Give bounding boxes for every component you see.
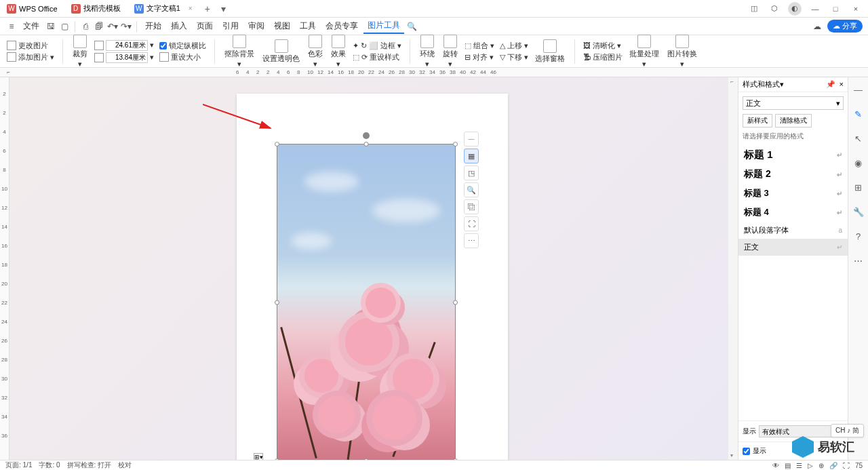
select-pane-button[interactable]: 选择窗格 [534,39,566,64]
style-body[interactable]: 正文↵ [738,239,848,256]
resize-handle-e[interactable] [453,300,458,305]
cloud-icon[interactable]: ☁ [811,20,823,33]
resize-handle-n[interactable] [364,142,369,146]
batch-button[interactable]: 批量处理▾ [628,35,660,68]
change-picture-button[interactable]: 更改图片 [7,41,54,51]
float-more-icon[interactable]: ⋯ [464,233,479,248]
window-layout-icon[interactable]: ◫ [747,2,761,16]
resize-handle-s[interactable] [364,458,369,460]
menu-vip[interactable]: 会员专享 [321,19,362,33]
resize-handle-nw[interactable] [275,142,279,146]
move-up-button[interactable]: △上移▾ [500,41,528,51]
current-style-dropdown[interactable]: 正文▾ [743,96,844,110]
view-mode-5[interactable]: 🔗 [829,462,837,469]
tab-templates[interactable]: D 找稻壳模板 [64,0,127,17]
width-input[interactable] [106,40,148,51]
crop-button[interactable]: 裁剪▾ [71,35,89,68]
resize-handle-se[interactable] [453,458,458,460]
new-icon[interactable]: ▢ [58,20,71,33]
select-icon[interactable]: ↖ [852,132,865,145]
spellcheck-status[interactable]: 拼写检查: 打开 [67,461,112,470]
add-tab-button[interactable]: + [199,3,216,14]
resize-handle-sw[interactable] [275,458,279,460]
page-indicator[interactable]: 页面: 1/1 [5,461,32,470]
view-mode-4[interactable]: ⊕ [818,462,824,469]
close-button[interactable]: × [849,2,863,16]
reset-size-button[interactable]: 重设大小 [159,52,206,62]
shape-icon[interactable]: ◉ [852,156,865,170]
reset-style-button[interactable]: ⬚ ⟳重设样式 [353,52,401,62]
lock-ratio-chk[interactable] [159,42,167,50]
clarify-button[interactable]: 🖼清晰化▾ [583,41,623,51]
minimize-button[interactable]: — [808,2,822,16]
resize-handle-w[interactable] [275,300,279,305]
menu-reference[interactable]: 引用 [218,19,243,33]
tab-wps[interactable]: W WPS Office [0,0,64,17]
rotate-handle[interactable] [363,132,370,139]
height-input[interactable] [106,52,148,63]
menu-icon[interactable]: ≡ [5,20,18,33]
menu-file[interactable]: 文件 [19,19,43,33]
style-heading1[interactable]: 标题 1↵ [738,145,848,165]
float-zoom-icon[interactable]: 🔍 [464,182,479,197]
style-heading2[interactable]: 标题 2↵ [738,165,848,184]
style-heading4[interactable]: 标题 4↵ [738,203,848,222]
color-button[interactable]: 色彩▾ [307,35,324,68]
menu-tools[interactable]: 工具 [296,19,320,33]
redo-icon[interactable]: ↷▾ [120,20,132,33]
document-canvas[interactable]: ⊞▾ — ▦ ◳ 🔍 ⿻ ⛶ ⋯ [9,77,728,460]
tab-menu-button[interactable]: ▾ [216,3,231,14]
lock-ratio-checkbox[interactable]: 锁定纵横比 [159,41,206,51]
view-mode-1[interactable]: ▤ [785,462,791,469]
rotate-button[interactable]: 旋转▾ [441,35,459,68]
float-wrap-icon[interactable]: ▦ [464,149,479,163]
eye-icon[interactable]: 👁 [772,462,779,469]
ime-indicator[interactable]: CH ♪ 简 [831,424,864,437]
word-count[interactable]: 字数: 0 [39,461,60,470]
float-margin-top[interactable]: — [464,132,479,146]
show-checkbox[interactable] [743,448,750,455]
scrollbar-vertical[interactable]: ⌐ ▾ [728,77,738,460]
menu-picture-tools[interactable]: 图片工具 [363,18,404,34]
menu-start[interactable]: 开始 [141,19,165,33]
new-style-button[interactable]: 新样式 [743,114,772,128]
border-button[interactable]: ✦ ↻ ⬜边框▾ [353,41,401,51]
wrap-button[interactable]: 环绕▾ [418,35,436,68]
resize-handle-ne[interactable] [453,142,458,146]
close-icon[interactable]: × [189,5,193,12]
tab-document[interactable]: W 文字文稿1 × [127,0,199,17]
help-icon[interactable]: ? [852,229,865,243]
more-icon[interactable]: ⋯ [852,254,865,267]
menu-view[interactable]: 视图 [270,19,294,33]
menu-page[interactable]: 页面 [193,19,217,33]
proof-status[interactable]: 校对 [118,461,132,470]
menu-insert[interactable]: 插入 [167,19,191,33]
zoom-value[interactable]: 75 [855,462,863,469]
float-expand-icon[interactable]: ⛶ [464,216,479,231]
view-mode-2[interactable]: ☰ [796,462,802,469]
save-icon[interactable]: 🖫 [45,20,57,33]
add-picture-button[interactable]: 添加图片 ▾ [7,52,54,62]
remove-bg-button[interactable]: 抠除背景▾ [223,35,256,68]
compress-button[interactable]: 🗜压缩图片 [583,52,623,62]
cube-icon[interactable]: ⬡ [768,2,781,16]
close-panel-icon[interactable]: × [840,80,844,89]
maximize-button[interactable]: □ [829,2,842,16]
style-default-font[interactable]: 默认段落字体a [738,222,848,239]
style-heading3[interactable]: 标题 3↵ [738,184,848,203]
pin-icon[interactable]: 📌 [826,80,835,89]
anchor-icon[interactable]: ⊞▾ [254,453,263,460]
user-avatar-icon[interactable]: ◐ [788,2,802,16]
align-button[interactable]: ⊟对齐▾ [465,52,494,62]
print-icon[interactable]: ⎙ [79,20,92,33]
undo-icon[interactable]: ↶▾ [106,20,119,33]
share-button[interactable]: ☁ 分享 [827,20,863,33]
float-copy-icon[interactable]: ⿻ [464,199,479,214]
menu-review[interactable]: 审阅 [244,19,269,33]
pencil-icon[interactable]: ✎ [852,107,865,121]
wrench-icon[interactable]: 🔧 [852,205,865,218]
float-crop-icon[interactable]: ◳ [464,165,479,180]
grid-icon[interactable]: ⊞ [852,180,865,194]
selected-image[interactable] [277,144,456,460]
group-button[interactable]: ⬚组合▾ [465,41,494,51]
